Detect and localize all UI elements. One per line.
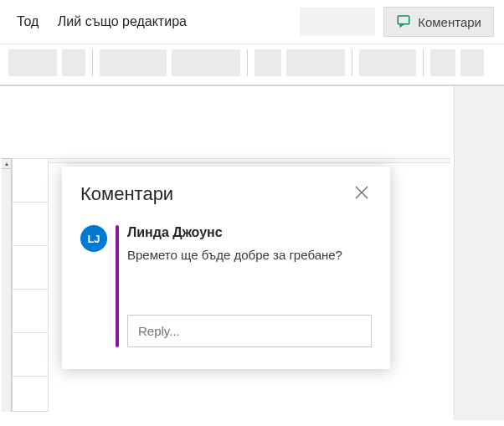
right-gutter — [454, 86, 504, 420]
row-header-cell[interactable] — [13, 159, 48, 203]
ribbon — [0, 44, 504, 86]
ribbon-group[interactable] — [8, 49, 57, 76]
tod-label: Тод — [17, 14, 39, 28]
ribbon-group[interactable] — [62, 49, 85, 76]
avatar: LJ — [80, 225, 107, 252]
ribbon-group[interactable] — [430, 49, 455, 76]
ribbon-group[interactable] — [100, 49, 167, 76]
comment-bubble-icon — [396, 13, 411, 31]
ribbon-group[interactable] — [460, 49, 484, 76]
title-bar: Тод Лий също редактира Коментари — [0, 0, 504, 44]
ribbon-separator — [352, 49, 352, 76]
comments-panel: Коментари LJ Линда Джоунс Времето ще бъд… — [62, 167, 390, 369]
comment-thread: LJ Линда Джоунс Времето ще бъде добре за… — [80, 225, 372, 347]
svg-rect-0 — [398, 16, 409, 24]
ribbon-separator — [247, 49, 248, 76]
comment-author: Линда Джоунс — [127, 225, 372, 240]
spreadsheet-area[interactable]: ▴ Коментари LJ Линда Джоун — [0, 86, 504, 420]
comments-button[interactable]: Коментари — [383, 7, 494, 37]
ribbon-group[interactable] — [359, 49, 416, 76]
coauthoring-status: Тод Лий също редактира — [17, 14, 187, 29]
comments-panel-title: Коментари — [80, 183, 173, 205]
comments-button-label: Коментари — [418, 15, 481, 29]
editing-label: Лий също редактира — [58, 14, 187, 28]
ribbon-group[interactable] — [286, 49, 345, 76]
row-headers[interactable] — [12, 158, 49, 412]
toolbar-placeholder — [300, 8, 375, 36]
thread-accent-bar — [116, 225, 119, 347]
ribbon-separator — [423, 49, 424, 76]
row-header-cell[interactable] — [13, 333, 48, 377]
vertical-scrollbar[interactable]: ▴ — [2, 158, 12, 412]
reply-input[interactable] — [127, 315, 372, 347]
ribbon-separator — [92, 49, 93, 76]
close-icon — [355, 186, 368, 203]
ribbon-group[interactable] — [172, 49, 240, 76]
scroll-up-icon[interactable]: ▴ — [2, 159, 11, 169]
close-button[interactable] — [352, 184, 372, 204]
row-header-cell[interactable] — [13, 203, 48, 246]
comment-body: Времето ще бъде добре за гребане? — [127, 245, 372, 264]
column-headers[interactable] — [49, 158, 450, 163]
ribbon-group[interactable] — [255, 49, 281, 76]
row-header-cell[interactable] — [13, 290, 48, 333]
row-header-cell[interactable] — [13, 246, 48, 290]
